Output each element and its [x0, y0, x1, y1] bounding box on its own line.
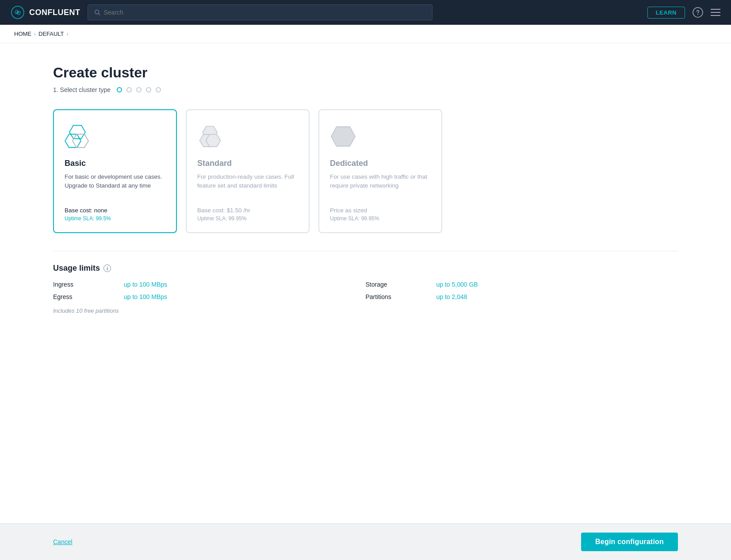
footer: Cancel Begin configuration — [0, 523, 731, 560]
learn-button[interactable]: LEARN — [647, 7, 685, 19]
breadcrumb-sep-2: › — [67, 31, 69, 37]
search-input[interactable] — [104, 9, 426, 16]
ingress-value: up to 100 MBps — [124, 281, 366, 288]
dedicated-sla: Uptime SLA: 99.95% — [330, 215, 431, 222]
standard-sla: Uptime SLA: 99.95% — [197, 215, 298, 222]
usage-grid: Ingress up to 100 MBps Storage up to 5,0… — [53, 281, 678, 300]
info-icon: i — [103, 265, 111, 272]
svg-point-6 — [697, 14, 698, 15]
standard-desc: For production-ready use cases. Full fea… — [197, 173, 298, 199]
svg-point-1 — [17, 12, 19, 14]
usage-limits-section: Usage limits i Ingress up to 100 MBps St… — [53, 264, 678, 314]
breadcrumb: HOME › DEFAULT › — [0, 25, 731, 43]
breadcrumb-sep-1: › — [34, 31, 36, 37]
main-content: Create cluster 1. Select cluster type Ba… — [0, 43, 731, 523]
breadcrumb-default[interactable]: DEFAULT — [38, 31, 64, 37]
standard-cost: Base cost: $1.50 /hr — [197, 207, 298, 214]
search-icon — [94, 9, 100, 15]
cluster-cards: Basic For basic or development use cases… — [53, 109, 678, 233]
svg-marker-16 — [331, 127, 355, 146]
usage-title: Usage limits i — [53, 264, 678, 273]
dedicated-title: Dedicated — [330, 159, 431, 168]
basic-cost: Base cost: none — [65, 207, 165, 214]
svg-marker-10 — [69, 126, 85, 139]
svg-marker-15 — [206, 134, 220, 147]
free-partitions-note: Includes 10 free partitions — [53, 307, 678, 314]
navbar-right: LEARN — [647, 7, 720, 19]
confluent-logo-icon — [11, 5, 25, 19]
standard-title: Standard — [197, 159, 298, 168]
step-dot-1 — [117, 87, 122, 92]
step-dot-2 — [126, 87, 132, 92]
menu-icon[interactable] — [711, 8, 720, 16]
basic-icon — [65, 123, 165, 151]
begin-configuration-button[interactable]: Begin configuration — [581, 533, 678, 551]
page-title: Create cluster — [53, 65, 678, 81]
cancel-button[interactable]: Cancel — [53, 538, 73, 545]
partitions-value: up to 2,048 — [436, 293, 678, 300]
egress-label: Egress — [53, 293, 124, 300]
cluster-card-dedicated[interactable]: Dedicated For use cases with high traffi… — [318, 109, 442, 233]
svg-point-4 — [693, 8, 703, 17]
logo: CONFLUENT — [11, 5, 80, 19]
divider — [53, 251, 678, 251]
step-row: 1. Select cluster type — [53, 86, 678, 93]
step-dot-5 — [156, 87, 161, 92]
ingress-label: Ingress — [53, 281, 124, 288]
help-icon[interactable] — [692, 7, 704, 18]
basic-title: Basic — [65, 159, 165, 168]
cluster-card-standard[interactable]: Standard For production-ready use cases.… — [186, 109, 310, 233]
dedicated-cost: Price as sized — [330, 207, 431, 214]
dedicated-icon — [330, 123, 431, 151]
step-dot-3 — [136, 87, 142, 92]
breadcrumb-home[interactable]: HOME — [14, 31, 31, 37]
step-label: 1. Select cluster type — [53, 86, 111, 93]
svg-line-3 — [98, 14, 100, 15]
basic-sla: Uptime SLA: 99.5% — [65, 215, 165, 222]
egress-value: up to 100 MBps — [124, 293, 366, 300]
partitions-label: Partitions — [366, 293, 436, 300]
basic-desc: For basic or development use cases. Upgr… — [65, 173, 165, 199]
storage-label: Storage — [366, 281, 436, 288]
storage-value: up to 5,000 GB — [436, 281, 678, 288]
dedicated-desc: For use cases with high traffic or that … — [330, 173, 431, 199]
step-dot-4 — [146, 87, 151, 92]
standard-icon — [197, 123, 298, 151]
cluster-card-basic[interactable]: Basic For basic or development use cases… — [53, 109, 177, 233]
navbar: CONFLUENT LEARN — [0, 0, 731, 25]
search-bar[interactable] — [88, 4, 432, 20]
